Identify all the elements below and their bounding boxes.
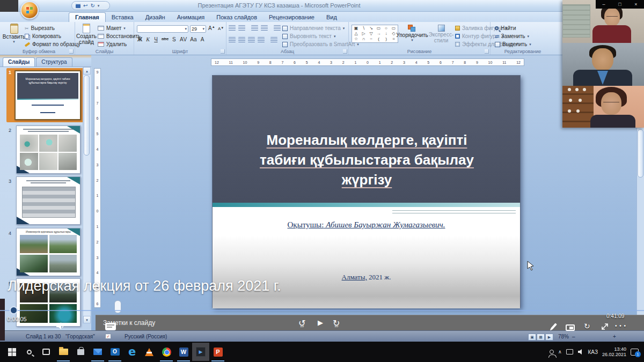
close-button[interactable]: × <box>634 2 637 7</box>
panel-scroll-down-icon[interactable]: ▾ <box>83 316 91 323</box>
notes-pane[interactable]: Заметки к слайду <box>96 315 644 330</box>
file-explorer-button[interactable] <box>55 342 72 362</box>
webcam-participant-1[interactable]: – □ × <box>562 0 644 43</box>
shape-icon[interactable]: ∖ <box>361 26 367 31</box>
slide-subtitle[interactable]: Оқытушы: Абишев Бауыржан Жумагазыевич. <box>213 220 520 230</box>
font-style-button[interactable]: S <box>171 36 178 43</box>
shape-icon[interactable]: ↓ <box>383 31 389 36</box>
font-size-input[interactable]: 29▾ <box>190 25 206 33</box>
new-slide-button[interactable]: Создать слайд <box>76 24 97 45</box>
paste-button[interactable]: Вставить ▾ <box>4 24 24 44</box>
arrange-button[interactable]: Упорядочить ▾ <box>398 25 426 42</box>
font-style-button[interactable]: А <box>199 36 206 43</box>
shape-icon[interactable]: ( <box>376 36 382 42</box>
language-indicator[interactable]: Русский (Россия) <box>125 334 167 339</box>
movies-tv-button[interactable]: ▶ <box>192 343 209 361</box>
slide-title[interactable]: Мореналық көлдерге, қауіпті табиғи құбыл… <box>218 130 516 190</box>
paragraph-dialog-launcher-icon[interactable] <box>343 49 347 54</box>
shape-icon[interactable]: △ <box>353 31 359 36</box>
theme-name[interactable]: "Городская" <box>65 334 95 339</box>
line-spacing-icon[interactable] <box>274 25 281 31</box>
font-style-button[interactable]: Ж <box>136 36 143 43</box>
sorter-view-button[interactable]: ▦ <box>537 334 545 341</box>
tab-Анимация[interactable]: Анимация <box>171 13 211 22</box>
powerpoint-button[interactable]: P <box>209 342 226 362</box>
spellcheck-icon[interactable]: ✓ <box>105 334 111 339</box>
slide-thumbnail-3[interactable] <box>16 176 80 225</box>
font-style-button[interactable]: АV <box>179 36 188 43</box>
tab-Главная[interactable]: Главная <box>69 12 106 22</box>
language-tray-indicator[interactable]: КАЗ <box>588 349 598 355</box>
shape-icon[interactable]: ▭ <box>376 26 382 31</box>
find-button[interactable]: Найти <box>495 24 531 32</box>
outlook-button[interactable]: O <box>106 342 123 362</box>
align-center-icon[interactable] <box>238 37 245 42</box>
tab-outline[interactable]: Структура <box>36 57 72 67</box>
volume-icon[interactable] <box>56 322 64 331</box>
align-right-icon[interactable] <box>248 37 255 42</box>
playback-speed-icon[interactable]: ↻ <box>584 322 590 330</box>
panel-scrollbar-thumb[interactable] <box>84 75 90 156</box>
font-style-button[interactable]: Ч <box>152 36 159 43</box>
main-scrollbar-thumb[interactable] <box>638 129 643 178</box>
align-left-icon[interactable] <box>229 37 236 42</box>
clock[interactable]: 13:40 26.02.2021 <box>602 346 626 357</box>
grow-font-button[interactable]: А▲ <box>208 25 215 31</box>
shape-icon[interactable]: ) <box>383 36 389 42</box>
tab-slides[interactable]: Слайды <box>3 57 35 67</box>
slide-canvas[interactable]: Мореналық көлдерге, қауіпті табиғи құбыл… <box>212 75 521 308</box>
volume-tray-icon[interactable] <box>577 347 584 357</box>
tab-Дизайн[interactable]: Дизайн <box>140 13 171 22</box>
font-name-input[interactable]: ▾ <box>137 25 188 33</box>
quick-styles-button[interactable]: Экспресс-стили <box>427 25 455 43</box>
font-dialog-launcher-icon[interactable] <box>221 49 225 54</box>
justify-icon[interactable] <box>258 37 265 42</box>
video-scrubber[interactable] <box>10 306 18 314</box>
edge-button[interactable]: e <box>123 342 141 362</box>
tray-expand-icon[interactable]: ∧ <box>558 349 562 354</box>
display-tray-icon[interactable] <box>566 349 573 354</box>
font-style-button[interactable]: К <box>144 36 151 43</box>
people-tray-icon[interactable] <box>550 350 554 354</box>
copy-button[interactable]: Копировать <box>25 32 80 40</box>
shape-icon[interactable]: ○ <box>383 26 389 31</box>
mail-button[interactable] <box>89 342 106 362</box>
slideshow-view-button[interactable]: ▶ <box>545 334 553 341</box>
webcam-participant-3[interactable] <box>562 86 644 128</box>
office-button[interactable] <box>20 1 39 19</box>
maximize-button[interactable]: □ <box>618 2 621 7</box>
play-button[interactable]: ▶ <box>318 319 323 327</box>
bullets-icon[interactable] <box>229 25 236 31</box>
shape-icon[interactable]: ~ <box>368 36 374 42</box>
slide-thumbnail-2[interactable] <box>16 125 80 174</box>
tab-Вставка[interactable]: Вставка <box>106 13 140 22</box>
format-painter-button[interactable]: Формат по образцу <box>25 40 80 48</box>
action-center-icon[interactable]: 1 <box>631 349 639 356</box>
shape-icon[interactable]: ▭ <box>391 26 397 31</box>
panel-scroll-up-icon[interactable]: ▴ <box>83 67 91 75</box>
indent-increase-icon[interactable] <box>261 25 268 31</box>
shape-icon[interactable]: → <box>376 31 382 36</box>
forward-button[interactable]: ↻30 <box>333 318 340 328</box>
start-button[interactable] <box>3 342 20 362</box>
undo-icon[interactable]: ↩ <box>83 3 87 9</box>
zoom-level[interactable]: 78% <box>558 334 569 339</box>
zoom-in-button[interactable]: + <box>613 334 616 339</box>
align-text-button[interactable]: Выровнять текст▾ <box>282 32 359 40</box>
picture-in-picture-icon[interactable] <box>566 324 575 331</box>
cut-button[interactable]: ✂Вырезать <box>25 24 80 32</box>
select-button[interactable]: Выделить▾ <box>495 40 531 48</box>
chrome-button[interactable] <box>158 342 175 362</box>
search-button[interactable] <box>20 342 38 362</box>
rewind-button[interactable]: ↺10 <box>298 318 305 328</box>
save-icon[interactable] <box>76 3 80 8</box>
smartart-button[interactable]: Преобразовать в SmartArt▾ <box>282 40 359 48</box>
columns-icon[interactable] <box>270 37 277 42</box>
indent-decrease-icon[interactable] <box>251 25 258 31</box>
shape-icon[interactable]: ▣ <box>353 26 359 31</box>
slide-thumbnail-4[interactable]: Инженерлік қорғаныш құрылыстары <box>16 228 80 276</box>
minimize-button[interactable]: – <box>602 2 605 7</box>
shrink-font-button[interactable]: А▼ <box>218 26 224 31</box>
tab-Показ слайдов[interactable]: Показ слайдов <box>210 13 263 22</box>
clipboard-dialog-launcher-icon[interactable] <box>69 49 74 54</box>
